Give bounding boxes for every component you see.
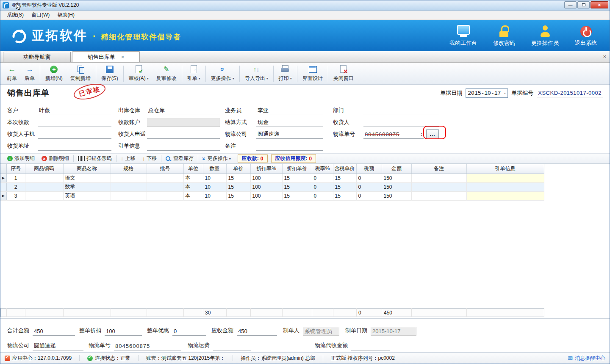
cell[interactable]: 15: [282, 191, 312, 200]
close-button[interactable]: ×: [591, 1, 608, 8]
banner-action-workbench[interactable]: 我的工作台: [449, 24, 477, 47]
restore-button[interactable]: [577, 1, 590, 8]
cell[interactable]: [411, 174, 466, 182]
banner-action-change-password[interactable]: 修改密码: [493, 24, 515, 47]
detail-move-up-button[interactable]: 上移: [117, 154, 139, 163]
column-header[interactable]: 金额: [382, 164, 411, 174]
footer-field-freight[interactable]: [213, 342, 251, 350]
cell[interactable]: 0: [356, 191, 382, 200]
footer-field-tracking-no[interactable]: 8045600875: [114, 342, 181, 350]
cell[interactable]: 100: [250, 191, 282, 200]
toolbar-add-button[interactable]: 新增(N): [42, 64, 67, 83]
cell[interactable]: 3: [6, 191, 25, 200]
cell[interactable]: [411, 191, 466, 200]
message-center-link[interactable]: ✉ 消息提醒中心: [568, 355, 605, 362]
footer-field-receivable-amount[interactable]: 450: [237, 327, 277, 336]
field-input-ref-info[interactable]: [147, 142, 220, 151]
detail-add-detail-button[interactable]: 添加明细: [4, 154, 38, 163]
cell[interactable]: 本: [183, 182, 203, 191]
cell[interactable]: 语文: [63, 174, 111, 182]
cell[interactable]: 150: [382, 191, 411, 200]
column-header[interactable]: 折扣单价: [282, 164, 312, 174]
cell[interactable]: [147, 174, 183, 182]
cell[interactable]: 15: [226, 191, 250, 200]
detail-delete-detail-button[interactable]: 删除明细: [38, 154, 72, 163]
footer-field-collect-amount[interactable]: [351, 342, 390, 350]
cell[interactable]: 150: [382, 174, 411, 182]
toolbar-impexp-button[interactable]: 导入导出▾: [241, 64, 272, 83]
spinner-icon[interactable]: ▴▾: [421, 132, 422, 136]
credit-chip[interactable]: 应收信用额度: 0: [271, 154, 316, 163]
toolbar-pull-button[interactable]: 引单▾: [183, 64, 204, 83]
toolbar-design-button[interactable]: 界面设计: [299, 64, 327, 83]
detail-move-down-button[interactable]: 下移: [139, 154, 161, 163]
cell[interactable]: 数学: [63, 182, 111, 191]
column-header[interactable]: 序号: [6, 164, 25, 174]
footer-field-order-reduction[interactable]: 0: [172, 327, 206, 336]
tab-close-icon[interactable]: ×: [121, 54, 125, 60]
cell[interactable]: 15: [282, 182, 312, 191]
detail-more-ops-button[interactable]: 更多操作▾: [199, 154, 234, 163]
cell[interactable]: 15: [282, 174, 312, 182]
menu-item-0[interactable]: 系统(S): [3, 11, 28, 19]
minimize-button[interactable]: —: [564, 1, 577, 8]
menu-item-2[interactable]: 帮助(H): [53, 11, 78, 19]
column-header[interactable]: 折扣率%: [250, 164, 282, 174]
field-input-consignee[interactable]: [363, 118, 439, 127]
banner-action-switch-operator[interactable]: 更换操作员: [531, 24, 559, 47]
cell[interactable]: 10: [203, 174, 226, 182]
menu-item-1[interactable]: 窗口(W): [28, 11, 53, 19]
column-header[interactable]: 批号: [147, 164, 183, 174]
field-input-logistics-company[interactable]: 圆通速递: [256, 130, 323, 139]
field-input-warehouse[interactable]: 总仓库: [147, 106, 220, 115]
cell[interactable]: 0: [356, 174, 382, 182]
cell[interactable]: [25, 182, 63, 191]
footer-field-order-discount[interactable]: 100: [105, 327, 142, 336]
column-header[interactable]: 税额: [356, 164, 382, 174]
cell[interactable]: 150: [382, 182, 411, 191]
cell[interactable]: [466, 191, 544, 200]
column-header[interactable]: 商品名称: [63, 164, 111, 174]
cell[interactable]: [111, 191, 147, 200]
toolbar-next-button[interactable]: 后单: [21, 64, 39, 83]
cell[interactable]: [25, 191, 63, 200]
column-header[interactable]: 单位: [183, 164, 203, 174]
cell[interactable]: [147, 191, 183, 200]
cell[interactable]: 100: [250, 174, 282, 182]
column-header[interactable]: 商品编码: [25, 164, 63, 174]
cell[interactable]: 2: [6, 182, 25, 191]
cell[interactable]: 英语: [63, 191, 111, 200]
tabstrip-close-icon[interactable]: ×: [603, 53, 606, 60]
toolbar-prev-button[interactable]: 前单: [3, 64, 21, 83]
cell[interactable]: [111, 174, 147, 182]
column-header[interactable]: 单价: [226, 164, 250, 174]
footer-field-total-amount[interactable]: 450: [33, 327, 75, 336]
cell[interactable]: 10: [203, 191, 226, 200]
doc-no-value[interactable]: XSCKD-20151017-0002: [537, 89, 603, 97]
column-header[interactable]: 税率%: [312, 164, 333, 174]
table-row[interactable]: ▶1语文本1015100150150150: [0, 174, 544, 182]
cell[interactable]: 1: [6, 174, 25, 182]
field-input-salesman[interactable]: 李亚: [256, 106, 323, 115]
field-input-payment[interactable]: [38, 118, 111, 127]
cell[interactable]: 0: [356, 182, 382, 191]
cell[interactable]: 10: [203, 182, 226, 191]
doc-date-input[interactable]: 2015-10-17 ▾: [466, 88, 508, 98]
cell[interactable]: 15: [333, 182, 356, 191]
tab-function-nav[interactable]: 功能导航窗: [3, 52, 71, 62]
toolbar-more-button[interactable]: 更多操作▾: [207, 64, 238, 83]
detail-view-stock-button[interactable]: 查看库存: [162, 154, 197, 163]
tab-sales-outbound[interactable]: 销售出库单×: [72, 51, 140, 62]
cell[interactable]: 15: [226, 182, 250, 191]
field-input-tracking-no[interactable]: 8045600875▴▾: [363, 130, 424, 139]
column-header[interactable]: 引单信息: [466, 164, 544, 174]
banner-action-exit-system[interactable]: 退出系统: [575, 24, 597, 47]
cell[interactable]: 0: [312, 174, 333, 182]
cell[interactable]: 本: [183, 191, 203, 200]
toolbar-closewin-button[interactable]: 关闭窗口: [330, 64, 358, 83]
column-header[interactable]: 含税单价: [333, 164, 356, 174]
field-input-customer[interactable]: 叶薇: [38, 106, 111, 115]
cell[interactable]: 100: [250, 182, 282, 191]
footer-field-logistics-company[interactable]: 圆通速递: [33, 342, 83, 350]
field-input-consignee-phone[interactable]: [147, 130, 220, 139]
